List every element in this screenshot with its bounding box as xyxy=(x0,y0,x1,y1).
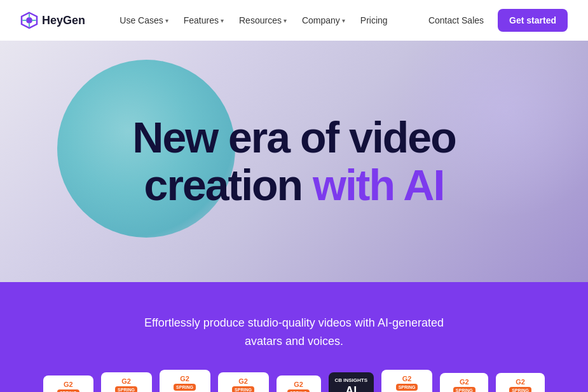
hero-title: New era of video creation with AI xyxy=(132,114,455,209)
chevron-down-icon: ▾ xyxy=(221,17,224,24)
nav-company[interactable]: Company ▾ xyxy=(296,11,352,29)
logo-text: HeyGen xyxy=(42,14,85,27)
badge-leader-spring: G2 SPRING Leader 2024 xyxy=(277,375,321,392)
hero-section: New era of video creation with AI xyxy=(0,41,588,282)
badge-easiest-to-use-2: G2 SPRING Easiest To Use Small Business … xyxy=(496,373,544,392)
hero-content: New era of video creation with AI xyxy=(132,114,455,209)
badge-easiest-to-use-1: G2 SPRING Easiest To Use Small Business … xyxy=(440,373,488,392)
chevron-down-icon: ▾ xyxy=(284,17,287,24)
badge-cb-insights: CB INSIGHTS AI 100 2024 xyxy=(329,372,374,392)
logo[interactable]: HeyGen xyxy=(20,11,85,29)
nav-resources[interactable]: Resources ▾ xyxy=(233,11,293,29)
social-proof-section: Effortlessly produce studio-quality vide… xyxy=(0,282,588,392)
navbar: HeyGen Use Cases ▾ Features ▾ Resources … xyxy=(0,0,588,41)
nav-features[interactable]: Features ▾ xyxy=(177,11,230,29)
get-started-button[interactable]: Get started xyxy=(498,9,568,32)
badges-container: G2 SPRING High Performer 2024 G2 SPRING … xyxy=(25,370,563,392)
badge-momentum-leader: G2 SPRING Momentum Leader 2024 xyxy=(101,372,152,392)
contact-sales-link[interactable]: Contact Sales xyxy=(422,11,490,29)
logo-icon xyxy=(20,11,38,29)
badge-fastest-implementation: G2 SPRING Fastest Implementation Small B… xyxy=(381,370,432,392)
badge-users-recommend: G2 SPRING Users Most Likely To Recommend… xyxy=(160,370,210,392)
social-proof-text: Effortlessly produce studio-quality vide… xyxy=(129,314,460,351)
chevron-down-icon: ▾ xyxy=(165,17,168,24)
badge-high-performer: G2 SPRING High Performer 2024 xyxy=(43,375,93,392)
nav-use-cases[interactable]: Use Cases ▾ xyxy=(113,11,174,29)
chevron-down-icon: ▾ xyxy=(342,17,345,24)
badge-best-relationship: G2 SPRING Best Relationship 2024 xyxy=(218,372,269,392)
svg-point-1 xyxy=(26,17,32,24)
nav-links: Use Cases ▾ Features ▾ Resources ▾ Compa… xyxy=(113,11,393,29)
nav-pricing[interactable]: Pricing xyxy=(354,11,394,29)
nav-right: Contact Sales Get started xyxy=(422,9,568,32)
